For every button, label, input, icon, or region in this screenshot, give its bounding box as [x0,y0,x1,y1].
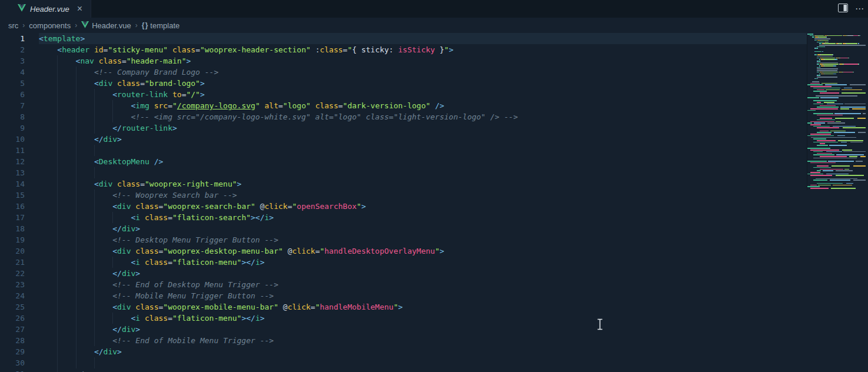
line-number[interactable]: 28 [0,335,25,346]
code-token[interactable]: "logo" [283,101,311,110]
code-token[interactable]: > [135,269,140,278]
code-token[interactable]: "flaticon-search" [172,213,251,222]
line-number[interactable]: 24 [0,290,25,301]
code-token[interactable]: class [315,101,338,110]
code-editor[interactable]: 1<template>2<header id="sticky-menu" cla… [0,33,807,372]
code-line[interactable]: 17<i class="flaticon-search"></i> [0,212,807,223]
line-content[interactable]: </div> [39,134,807,145]
code-token[interactable]: click [265,202,288,211]
line-number[interactable]: 23 [0,279,25,290]
code-token[interactable]: div [117,303,131,311]
code-token[interactable]: " [357,202,361,211]
code-token[interactable]: i [135,314,140,323]
code-line[interactable]: 23<!-- End of Desktop Menu Trigger --> [0,279,807,290]
code-token[interactable]: = [168,258,172,267]
code-token-comment[interactable]: <!-- Company Brand Logo --> [94,68,218,77]
tab-header-vue[interactable]: Header.vue × [0,0,91,18]
code-line[interactable]: 13 [0,167,807,178]
line-content[interactable]: <div class="wooprex-search-bar" @click="… [39,201,807,212]
code-token[interactable]: router-link [117,90,168,99]
code-token[interactable]: class [172,45,195,54]
code-token[interactable]: = [338,101,343,110]
line-content[interactable] [39,167,807,178]
line-number[interactable]: 18 [0,223,25,234]
code-line[interactable]: 4<!-- Company Brand Logo --> [0,67,807,78]
code-line[interactable]: 14<div class="wooprex-right-menu"> [0,178,807,190]
code-token[interactable]: "/" [186,90,199,99]
code-line[interactable]: 25<div class="wooprex-mobile-menu-bar" @… [0,301,807,313]
code-token[interactable]: = [195,45,200,54]
more-actions-icon[interactable]: ⋯ [855,4,864,14]
line-content[interactable]: <!-- Wooprex Search bar --> [39,190,807,201]
code-token[interactable]: </ [94,347,104,356]
code-token[interactable]: img [135,101,149,110]
code-token[interactable]: = [140,79,145,88]
line-content[interactable]: <header id="sticky-menu" class="wooprex-… [39,44,807,55]
code-line[interactable]: 19<!-- Desktop Menu Trigger Button --> [0,234,807,245]
code-token[interactable]: i [135,258,140,267]
code-line[interactable]: 30 [0,357,807,368]
code-token[interactable] [89,45,94,54]
code-token[interactable]: = [140,180,145,188]
minimap[interactable] [807,34,866,190]
line-content[interactable]: <img src="/company-logo.svg" alt="logo" … [39,100,807,111]
code-token[interactable]: = [288,202,292,211]
code-token[interactable] [311,45,315,54]
code-line[interactable]: 1<template> [0,33,807,44]
code-token[interactable]: class [117,180,140,188]
line-number[interactable]: 4 [0,67,25,78]
code-token[interactable]: click [288,303,311,311]
code-token[interactable]: < [94,157,99,166]
code-token[interactable] [168,90,172,99]
code-token[interactable] [311,101,315,110]
code-token[interactable]: alt [265,101,278,110]
code-token[interactable]: </ [94,135,104,144]
code-token[interactable] [149,101,154,110]
code-token[interactable]: "brand-logo" [145,79,200,88]
code-token[interactable]: i [255,258,260,267]
line-number[interactable]: 11 [0,145,25,156]
code-token[interactable]: "wooprex-desktop-menu-bar" [163,247,283,255]
code-token[interactable] [255,202,260,211]
code-token[interactable]: > [186,57,191,65]
code-token[interactable]: "wooprex-mobile-menu-bar" [163,303,278,311]
code-token[interactable]: ></ [241,314,255,323]
line-content[interactable]: <div class="wooprex-right-menu"> [39,178,807,190]
code-token[interactable]: /company-logo.svg [177,101,255,110]
code-token[interactable]: </ [112,124,122,132]
code-token[interactable]: click [292,247,315,255]
code-token[interactable]: > [237,180,242,188]
code-token[interactable]: > [361,202,366,211]
line-content[interactable]: <nav class="header-main"> [39,55,807,67]
code-token[interactable] [149,157,154,166]
line-content[interactable]: <div class="wooprex-mobile-menu-bar" @cl… [39,301,807,313]
code-line[interactable]: 8<!-- <img src="/company-logo-white.svg"… [0,111,807,122]
code-token[interactable]: > [117,135,122,144]
code-token[interactable]: " [172,101,177,110]
code-token[interactable]: div [122,269,135,278]
breadcrumb-item-header-vue[interactable]: Header.vue [81,21,131,30]
line-number[interactable]: 30 [0,357,25,368]
line-content[interactable]: </div> [39,346,807,357]
split-editor-icon[interactable] [838,4,848,15]
line-number[interactable]: 9 [0,122,25,134]
line-content[interactable]: </router-link> [39,122,807,134]
code-token[interactable]: = [122,57,127,65]
code-token[interactable] [140,314,145,323]
line-number[interactable]: 25 [0,301,25,313]
line-content[interactable]: <!-- <img src="/company-logo-white.svg" … [39,111,807,122]
code-line[interactable]: 2<header id="sticky-menu" class="wooprex… [0,44,807,55]
code-token[interactable]: < [39,34,44,43]
line-number[interactable]: 10 [0,134,25,145]
code-token[interactable]: > [440,247,444,255]
code-token[interactable]: nav [80,57,94,65]
code-token[interactable]: div [104,135,117,144]
code-token-comment[interactable]: <!-- ... --> [76,370,131,372]
line-number[interactable]: 8 [0,111,25,122]
code-token[interactable]: < [94,79,99,88]
code-line[interactable]: 6<router-link to="/"> [0,89,807,100]
code-token[interactable]: < [112,247,117,255]
code-line[interactable]: 16<div class="wooprex-search-bar" @click… [0,201,807,212]
code-token[interactable]: > [135,224,140,233]
code-token[interactable] [278,303,283,311]
